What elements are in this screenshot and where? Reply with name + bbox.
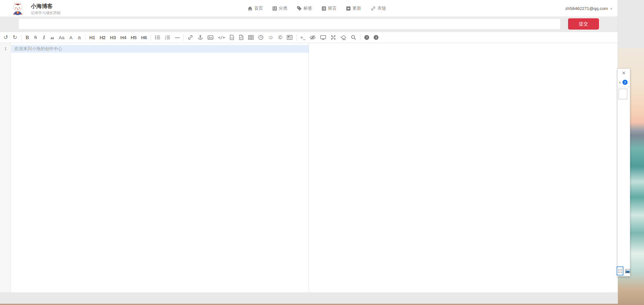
h4-button[interactable]: H4 xyxy=(118,32,128,43)
preformatted-text-icon xyxy=(229,35,234,40)
divider xyxy=(618,87,630,87)
code-button[interactable]: </> xyxy=(216,32,227,43)
hr-icon: — xyxy=(175,35,180,40)
nav-item-分类[interactable]: 分类 xyxy=(273,5,287,11)
image-icon xyxy=(208,35,213,40)
h6-button[interactable]: H6 xyxy=(139,32,149,43)
nav-label: 分类 xyxy=(279,5,287,11)
bold-button[interactable]: B xyxy=(23,32,32,43)
toolbar-divider xyxy=(296,34,297,41)
chevron-down-icon: ∨ xyxy=(610,7,612,10)
preformatted-text-button[interactable] xyxy=(227,32,237,43)
close-icon[interactable]: × xyxy=(618,70,630,76)
h3-button[interactable]: H3 xyxy=(108,32,118,43)
home-icon xyxy=(248,6,252,11)
lowercase-button[interactable]: a xyxy=(75,32,83,43)
list-ol-button[interactable]: 123 xyxy=(163,32,173,43)
line-number: 1 xyxy=(0,45,11,53)
help-icon[interactable]: ? xyxy=(622,80,628,85)
nav-item-友链[interactable]: 友链 xyxy=(371,5,386,11)
quote-button[interactable]: “ xyxy=(48,32,57,43)
site-title: 小海博客 xyxy=(31,3,61,10)
preview-icon xyxy=(320,35,326,40)
user-email: zh56462271@qq.com xyxy=(565,6,608,11)
nav-item-更新[interactable]: 更新 xyxy=(346,5,361,11)
h1-icon: H1 xyxy=(89,35,95,40)
info-button[interactable]: i xyxy=(371,32,381,43)
brand[interactable]: 小海博客 记录学习成长历程 xyxy=(11,2,61,16)
redo-button[interactable]: ↻ xyxy=(10,32,19,43)
image-tool-icon[interactable] xyxy=(625,269,630,273)
h1-button[interactable]: H1 xyxy=(87,32,97,43)
goto-line-button[interactable]: >_ xyxy=(298,32,307,43)
pagebreak-icon xyxy=(287,35,293,40)
datetime-icon xyxy=(258,35,264,40)
table-button[interactable] xyxy=(246,32,256,43)
italic-button[interactable]: I xyxy=(40,32,48,43)
help-icon: ? xyxy=(364,35,369,40)
table-icon xyxy=(248,35,254,40)
italic-icon: I xyxy=(43,35,45,40)
pagebreak-button[interactable] xyxy=(285,32,295,43)
user-account-dropdown[interactable]: zh56462271@qq.com ∨ xyxy=(565,0,612,17)
chevron-down-icon[interactable]: ∨ xyxy=(619,80,621,85)
link-button[interactable] xyxy=(185,32,195,43)
screen: 小海博客 记录学习成长历程 首页分类标签留言更新友链 zh56462271@qq… xyxy=(0,0,644,305)
preview-button[interactable] xyxy=(318,32,328,43)
footer-band xyxy=(0,292,618,303)
nav-label: 留言 xyxy=(328,5,337,11)
post-title-input[interactable] xyxy=(18,18,561,30)
emoji-icon: ☺ xyxy=(268,34,274,41)
submit-button[interactable]: 提交 xyxy=(568,18,599,30)
list-ul-button[interactable] xyxy=(153,32,163,43)
image-button[interactable] xyxy=(205,32,216,43)
search-button[interactable] xyxy=(349,32,359,43)
ucwords-icon: Aa xyxy=(59,35,65,40)
bold-icon: B xyxy=(25,35,29,40)
list-ul-icon xyxy=(155,35,160,40)
info-icon: i xyxy=(374,35,378,40)
nav-item-首页[interactable]: 首页 xyxy=(248,5,263,11)
ucwords-button[interactable]: Aa xyxy=(57,32,67,43)
hr-button[interactable]: — xyxy=(173,32,182,43)
reference-link-icon xyxy=(198,35,203,40)
popup-input-field[interactable] xyxy=(619,89,627,99)
watch-button[interactable] xyxy=(307,32,318,43)
editor-placeholder-text: 欢迎来到小海的创作中心 xyxy=(14,46,62,52)
toolbar-divider xyxy=(183,34,184,41)
fullscreen-button[interactable] xyxy=(328,32,338,43)
code-block-button[interactable] xyxy=(237,32,246,43)
redo-icon: ↻ xyxy=(13,34,17,41)
clear-button[interactable] xyxy=(338,32,349,43)
nav-item-标签[interactable]: 标签 xyxy=(297,5,312,11)
help-button[interactable]: ? xyxy=(362,32,371,43)
toolbar-divider xyxy=(21,34,22,41)
nav-label: 标签 xyxy=(303,5,312,11)
html-entities-button[interactable]: © xyxy=(276,32,285,43)
update-icon xyxy=(346,6,350,11)
undo-button[interactable]: ↺ xyxy=(1,32,10,43)
search-icon xyxy=(351,35,356,40)
emoji-button[interactable]: ☺ xyxy=(266,32,276,43)
nav-label: 友链 xyxy=(378,5,386,11)
category-icon xyxy=(273,6,277,11)
h2-button[interactable]: H2 xyxy=(97,32,107,43)
line-number-gutter: 1 xyxy=(0,43,11,292)
fullscreen-icon xyxy=(331,35,336,40)
clear-icon xyxy=(341,35,346,40)
h5-button[interactable]: H5 xyxy=(128,32,139,43)
tag-icon xyxy=(297,6,302,11)
form-fill-icon[interactable] xyxy=(617,266,623,275)
strikethrough-button[interactable]: S xyxy=(32,32,40,43)
toolbar-divider xyxy=(151,34,151,41)
active-line[interactable]: 欢迎来到小海的创作中心 xyxy=(11,45,309,53)
h6-icon: H6 xyxy=(141,35,147,40)
lowercase-icon: a xyxy=(78,34,81,41)
uppercase-button[interactable]: A xyxy=(67,32,75,43)
reference-link-button[interactable] xyxy=(195,32,205,43)
preview-pane xyxy=(309,43,618,292)
datetime-button[interactable] xyxy=(256,32,266,43)
nav-label: 更新 xyxy=(352,5,361,11)
code-pane[interactable]: 1 欢迎来到小海的创作中心 xyxy=(0,43,309,292)
nav-item-留言[interactable]: 留言 xyxy=(322,5,337,11)
